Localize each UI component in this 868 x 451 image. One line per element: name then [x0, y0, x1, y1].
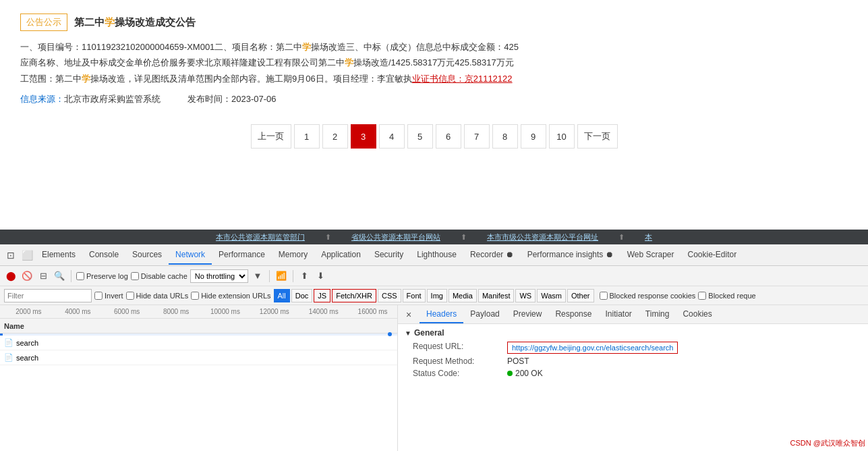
page-btn-7[interactable]: 7 — [464, 124, 490, 149]
tab-performance[interactable]: Performance — [212, 246, 272, 265]
stop-recording-button[interactable]: ⬤ — [4, 269, 18, 283]
page-btn-9[interactable]: 9 — [521, 124, 546, 149]
announcement-badge: 公告公示 — [20, 14, 67, 31]
tab-performance-insights[interactable]: Performance insights ⏺ — [521, 246, 620, 265]
page-btn-6[interactable]: 6 — [436, 124, 461, 149]
details-tab-response[interactable]: Response — [548, 306, 598, 323]
page-content: 公告公示 第二中学操场改造成交公告 一、项目编号：110119232102000… — [0, 0, 868, 230]
filter-manifest-button[interactable]: Manifest — [478, 289, 515, 302]
page-btn-2[interactable]: 2 — [322, 124, 348, 149]
filter-ws-button[interactable]: WS — [515, 289, 536, 302]
blocked-cookies-checkbox[interactable] — [600, 292, 608, 300]
body-line2: 应商名称、地址及中标成交金单价总价服务要求北京顺祥隆建设工程有限公司第二中学操场… — [20, 55, 848, 70]
details-tab-payload[interactable]: Payload — [463, 306, 506, 323]
details-tab-initiator[interactable]: Initiator — [598, 306, 638, 323]
download-icon[interactable]: ⬇ — [314, 269, 328, 283]
filter-wasm-button[interactable]: Wasm — [537, 289, 566, 302]
filter-js-button[interactable]: JS — [314, 289, 330, 302]
search-button[interactable]: 🔍 — [53, 269, 66, 283]
body-line1: 一、项目编号：110119232102000004659-XM001二、项目名称… — [20, 39, 848, 55]
hide-ext-urls-label[interactable]: Hide extension URLs — [191, 292, 270, 300]
clear-button[interactable]: 🚫 — [20, 269, 34, 283]
page-btn-5[interactable]: 5 — [407, 124, 433, 149]
wifi-icon[interactable]: 📶 — [274, 269, 288, 283]
details-tab-headers[interactable]: Headers — [419, 306, 463, 323]
invert-checkbox[interactable] — [94, 292, 103, 300]
devtools-toolbar: ⬤ 🚫 ⊟ 🔍 Preserve log Disable cache No th… — [0, 266, 868, 286]
tab-cookie-editor[interactable]: Cookie-Editor — [681, 246, 744, 265]
blocked-requests-label[interactable]: Blocked reque — [698, 292, 755, 300]
upload-icon[interactable]: ⬆ — [298, 269, 312, 283]
network-row-1[interactable]: 📄 search — [0, 336, 397, 350]
tab-console[interactable]: Console — [82, 246, 125, 265]
filter-css-button[interactable]: CSS — [378, 289, 401, 302]
next-page-button[interactable]: 下一页 — [577, 124, 618, 149]
filter-icon[interactable]: ⊟ — [36, 269, 50, 283]
filter-doc-button[interactable]: Doc — [291, 289, 313, 302]
meta-source: 信息来源：北京市政府采购监管系统 — [20, 93, 161, 105]
bar-link-2[interactable]: 省级公共资源本期平台网站 — [351, 232, 440, 242]
details-content: ▼ General Request URL: https://ggzyfw.be… — [398, 324, 868, 451]
details-close-button[interactable]: × — [402, 308, 415, 321]
status-value: 200 OK — [507, 369, 543, 378]
progress-indicator — [0, 334, 3, 336]
bar-link-4[interactable]: 本 — [645, 232, 652, 242]
announcement-title-row: 公告公示 第二中学操场改造成交公告 — [20, 14, 848, 31]
announcement-section: 公告公示 第二中学操场改造成交公告 一、项目编号：110119232102000… — [0, 0, 868, 112]
page-btn-3[interactable]: 3 — [351, 124, 376, 149]
hide-data-urls-label[interactable]: Hide data URLs — [126, 292, 189, 300]
devtools-icon-inspect[interactable]: ⊡ — [3, 246, 19, 265]
throttle-arrow[interactable]: ▼ — [251, 269, 264, 283]
network-row-2[interactable]: 📄 search — [0, 350, 397, 365]
devtools-icon-device[interactable]: ⬜ — [19, 246, 35, 265]
tab-memory[interactable]: Memory — [272, 246, 314, 265]
pagination: 上一页 1 2 3 4 5 6 7 8 9 10 下一页 — [0, 112, 868, 161]
filter-font-button[interactable]: Font — [403, 289, 426, 302]
page-btn-8[interactable]: 8 — [492, 124, 518, 149]
disable-cache-checkbox[interactable] — [131, 272, 139, 280]
network-requests-panel: 2000 ms 4000 ms 6000 ms 8000 ms 10000 ms… — [0, 305, 398, 451]
separator-1 — [71, 270, 71, 282]
tick-7: 14000 ms — [299, 308, 348, 315]
filter-img-button[interactable]: Img — [427, 289, 447, 302]
filter-media-button[interactable]: Media — [449, 289, 477, 302]
tab-lighthouse[interactable]: Lighthouse — [410, 246, 463, 265]
tick-6: 12000 ms — [250, 308, 299, 315]
blocked-requests-checkbox[interactable] — [698, 292, 706, 300]
url-value[interactable]: https://ggzyfw.beijing.gov.cn/elasticsea… — [507, 342, 678, 354]
details-tab-preview[interactable]: Preview — [507, 306, 549, 323]
announcement-body: 一、项目编号：110119232102000004659-XM001二、项目名称… — [20, 39, 848, 86]
detail-row-url: Request URL: https://ggzyfw.beijing.gov.… — [405, 342, 861, 354]
throttle-select[interactable]: No throttling Fast 3G Slow 3G — [190, 269, 248, 283]
tab-application[interactable]: Application — [314, 246, 368, 265]
details-tab-timing[interactable]: Timing — [639, 306, 676, 323]
filter-all-button[interactable]: All — [274, 289, 290, 302]
details-tab-cookies[interactable]: Cookies — [676, 306, 718, 323]
tab-security[interactable]: Security — [368, 246, 410, 265]
bar-link-3[interactable]: 本市市级公共资源本期公平台网址 — [487, 232, 598, 242]
tab-sources[interactable]: Sources — [125, 246, 169, 265]
filter-input[interactable] — [4, 289, 92, 302]
invert-label[interactable]: Invert — [94, 292, 123, 300]
page-btn-10[interactable]: 10 — [549, 124, 575, 149]
filter-fetch-xhr-button[interactable]: Fetch/XHR — [332, 289, 376, 302]
tab-recorder[interactable]: Recorder ⏺ — [463, 246, 521, 265]
preserve-log-label[interactable]: Preserve log — [76, 272, 128, 280]
network-row-name-1: search — [16, 339, 38, 347]
general-section-header[interactable]: ▼ General — [405, 328, 861, 338]
page-btn-4[interactable]: 4 — [379, 124, 405, 149]
filter-other-button[interactable]: Other — [567, 289, 594, 302]
preserve-log-checkbox[interactable] — [76, 272, 84, 280]
hide-ext-urls-checkbox[interactable] — [191, 292, 199, 300]
tab-web-scraper[interactable]: Web Scraper — [620, 246, 681, 265]
tab-network[interactable]: Network — [169, 246, 212, 265]
prev-page-button[interactable]: 上一页 — [251, 124, 291, 149]
disable-cache-label[interactable]: Disable cache — [131, 272, 187, 280]
doc-icon-1: 📄 — [4, 338, 13, 347]
tab-elements[interactable]: Elements — [35, 246, 82, 265]
bar-link-1[interactable]: 本市公共资源本期监管部门 — [216, 232, 305, 242]
hide-data-urls-checkbox[interactable] — [126, 292, 134, 300]
page-btn-1[interactable]: 1 — [294, 124, 320, 149]
blocked-cookies-label[interactable]: Blocked response cookies — [600, 292, 696, 300]
devtools-filter-row: Invert Hide data URLs Hide extension URL… — [0, 286, 868, 305]
